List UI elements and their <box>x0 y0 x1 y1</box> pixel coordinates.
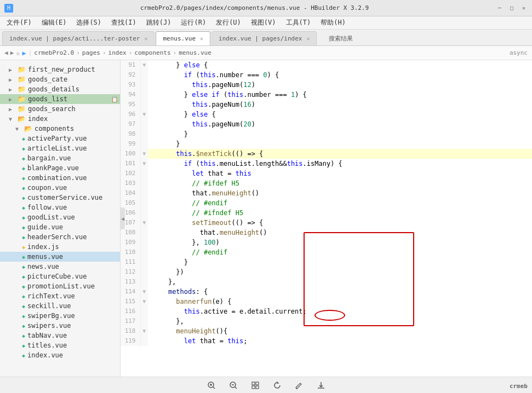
sidebar-item-label: customerService.vue <box>27 194 102 201</box>
sidebar-item-goods-search[interactable]: ▶ 📁 goods_search <box>0 104 120 114</box>
code-editor[interactable]: 91 ▼ } else { 92 if (this.number === 0) … <box>121 60 532 377</box>
expand-icon[interactable]: ▶ <box>9 96 15 102</box>
close-button[interactable]: ✕ <box>520 4 528 12</box>
menu-bar: 文件(F) 编辑(E) 选择(S) 查找(I) 跳转(J) 运行(R) 发行(U… <box>0 16 532 30</box>
fold-gutter: ▼ <box>140 60 148 70</box>
fold-icon[interactable]: ▼ <box>142 151 146 157</box>
sidebar-item-goods-details[interactable]: ▶ 📁 goods_details <box>0 84 120 94</box>
edit-button[interactable] <box>293 379 306 392</box>
sidebar-item-titles[interactable]: ◆ titles.vue <box>0 340 120 350</box>
sidebar-item-goods-list[interactable]: ▶ 📁 goods_list 📋 <box>0 94 120 104</box>
fold-icon[interactable]: ▼ <box>142 328 146 334</box>
tab-close-icon[interactable]: ✕ <box>144 36 147 42</box>
sidebar-item-seckill[interactable]: ◆ seckill.vue <box>0 301 120 311</box>
sidebar-item-label: coupon.vue <box>27 184 67 192</box>
minimize-button[interactable]: ─ <box>496 4 504 12</box>
menu-publish[interactable]: 发行(U) <box>211 17 245 28</box>
fold-icon[interactable]: ▼ <box>142 219 146 226</box>
tab-index-pages[interactable]: index.vue | pages/index ✕ <box>211 31 317 45</box>
expand-icon[interactable]: ▼ <box>15 126 22 132</box>
sidebar-item-articleList[interactable]: ◆ articleList.vue <box>0 143 120 153</box>
fold-icon[interactable]: ▼ <box>142 160 146 166</box>
tab-index-acti[interactable]: index.vue | pages/acti....ter-poster ✕ <box>2 31 155 45</box>
sidebar-item-index-js[interactable]: ◆ index.js <box>0 242 120 252</box>
breadcrumb-item-index[interactable]: index <box>108 49 127 56</box>
menu-jump[interactable]: 跳转(J) <box>142 17 176 28</box>
sidebar-item-bargain[interactable]: ◆ bargain.vue <box>0 153 120 163</box>
sidebar-item-first-new-product[interactable]: ▶ 📁 first_new_product <box>0 65 120 74</box>
sidebar-item-menus-vue[interactable]: ◆ menus.vue <box>0 252 120 262</box>
menu-file[interactable]: 文件(F) <box>2 17 36 28</box>
tab-search-results[interactable]: 搜索结果 <box>322 31 359 45</box>
sidebar-item-coupon[interactable]: ◆ coupon.vue <box>0 183 120 193</box>
file-icon: ◆ <box>22 293 25 299</box>
sidebar-item-guide[interactable]: ◆ guide.vue <box>0 222 120 232</box>
sidebar-item-news[interactable]: ◆ news.vue <box>0 262 120 271</box>
breadcrumb-item-root[interactable]: crmebPro2.0 <box>34 49 74 56</box>
table-row: 100 ▼ this.$nextTick(() => { <box>121 149 532 159</box>
sidebar-item-headerSerch[interactable]: ◆ headerSerch.vue <box>0 232 120 242</box>
download-button[interactable] <box>314 379 328 392</box>
expand-icon[interactable]: ▶ <box>9 77 15 83</box>
sidebar-item-activeParty[interactable]: ◆ activeParty.vue <box>0 134 120 143</box>
fold-icon[interactable]: ▼ <box>142 62 146 68</box>
nav-prev[interactable]: ◀ <box>4 49 8 56</box>
window-controls[interactable]: ─ □ ✕ <box>496 4 528 12</box>
file-icon: ◆ <box>22 333 25 339</box>
sidebar-collapse-btn[interactable]: ◀ <box>121 60 125 377</box>
code-scroll-container[interactable]: 91 ▼ } else { 92 if (this.number === 0) … <box>121 60 532 377</box>
sidebar-item-swipers[interactable]: ◆ swipers.vue <box>0 321 120 331</box>
folder-icon: 📁 <box>18 85 26 93</box>
sidebar-item-label: swipers.vue <box>27 322 71 330</box>
table-row: 99 } <box>121 139 532 149</box>
zoom-in-button[interactable] <box>205 379 218 392</box>
sidebar-item-combination[interactable]: ◆ combination.vue <box>0 173 120 183</box>
fold-icon[interactable]: ▼ <box>142 288 146 294</box>
sidebar-item-pictureCube[interactable]: ◆ pictureCube.vue <box>0 271 120 281</box>
menu-help[interactable]: 帮助(H) <box>316 17 350 28</box>
collapse-icon[interactable]: ◀ <box>121 207 125 229</box>
menu-select[interactable]: 选择(S) <box>72 17 106 28</box>
sidebar-item-goods-cate[interactable]: ▶ 📁 goods_cate <box>0 74 120 84</box>
sidebar-item-follow[interactable]: ◆ follow.vue <box>0 203 120 212</box>
code-content: } <box>148 129 532 139</box>
fold-gutter <box>140 307 148 316</box>
nav-next[interactable]: ▶ <box>10 49 14 56</box>
edit-icon <box>295 381 304 390</box>
expand-icon[interactable]: ▶ <box>9 67 15 73</box>
nav-run[interactable]: ▶ <box>22 49 26 57</box>
maximize-button[interactable]: □ <box>508 4 516 12</box>
sidebar-item-promotionList[interactable]: ◆ promotionList.vue <box>0 281 120 291</box>
menu-find[interactable]: 查找(I) <box>107 17 141 28</box>
fold-gutter <box>140 90 148 100</box>
zoom-out-button[interactable] <box>227 379 240 392</box>
sidebar-item-blankPage[interactable]: ◆ blankPage.vue <box>0 163 120 173</box>
breadcrumb-item-pages[interactable]: pages <box>82 49 100 56</box>
sidebar-item-index[interactable]: ▼ 📂 index <box>0 114 120 124</box>
expand-icon[interactable]: ▼ <box>9 116 15 122</box>
sidebar-item-components[interactable]: ▼ 📂 components <box>0 124 120 134</box>
expand-icon[interactable]: ▶ <box>9 106 15 112</box>
menu-view[interactable]: 视图(V) <box>247 17 281 28</box>
sidebar-item-richText[interactable]: ◆ richText.vue <box>0 291 120 301</box>
grid-button[interactable] <box>249 379 262 392</box>
breadcrumb-arrow: › <box>173 49 177 56</box>
menu-tools[interactable]: 工具(T) <box>282 17 316 28</box>
sidebar-item-customerService[interactable]: ◆ customerService.vue <box>0 193 120 203</box>
fold-icon[interactable]: ▼ <box>142 298 146 304</box>
menu-run[interactable]: 运行(R) <box>176 17 210 28</box>
tab-menus[interactable]: menus.vue ✕ <box>156 31 210 45</box>
menu-edit[interactable]: 编辑(E) <box>37 17 71 28</box>
sidebar-item-index-vue[interactable]: ◆ index.vue <box>0 350 120 360</box>
breadcrumb-item-components[interactable]: components <box>134 49 170 56</box>
sidebar-item-swiperBg[interactable]: ◆ swiperBg.vue <box>0 311 120 321</box>
tab-close-icon[interactable]: ✕ <box>200 36 203 42</box>
fold-icon[interactable]: ▼ <box>142 111 146 117</box>
tab-close-icon[interactable]: ✕ <box>306 36 310 42</box>
code-content: // #endif <box>148 198 532 208</box>
expand-icon[interactable]: ▶ <box>9 86 15 93</box>
sidebar-item-goodList[interactable]: ◆ goodList.vue <box>0 212 120 222</box>
refresh-button[interactable] <box>271 379 284 392</box>
sidebar-item-tabNav[interactable]: ◆ tabNav.vue <box>0 331 120 340</box>
nav-home[interactable]: ☆ <box>16 49 20 57</box>
